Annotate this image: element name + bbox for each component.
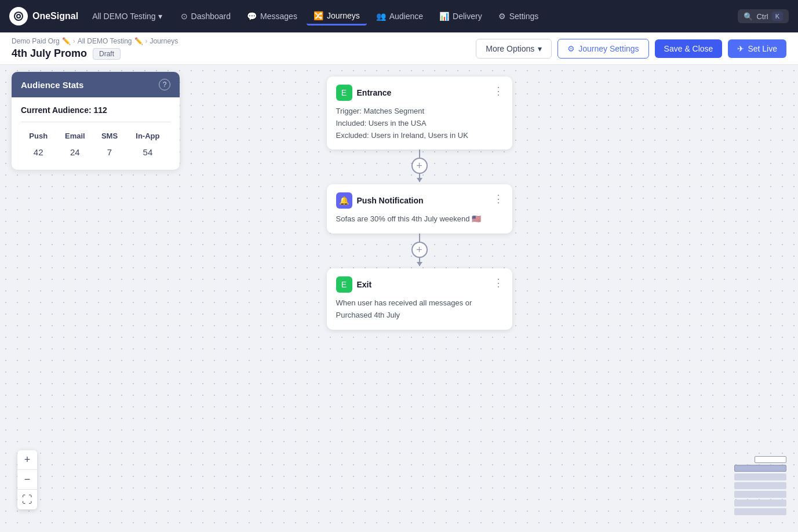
save-close-label: Save & Close bbox=[664, 44, 713, 53]
nav-delivery[interactable]: 📊 Delivery bbox=[432, 8, 489, 24]
subheader: Demo Paid Org ✏️ › All DEMO Testing ✏️ ›… bbox=[0, 32, 798, 65]
stats-title: Audience Stats bbox=[21, 80, 83, 90]
add-step-button-1[interactable]: + bbox=[411, 158, 428, 174]
exit-header: E Exit bbox=[336, 276, 503, 293]
entrance-icon: E bbox=[336, 85, 352, 101]
help-icon: ? bbox=[163, 81, 167, 89]
messages-icon: 💬 bbox=[247, 12, 257, 21]
search-button[interactable]: 🔍 Ctrl K bbox=[738, 9, 789, 23]
page-title: 4th July Promo bbox=[12, 48, 87, 60]
entrance-trigger: Trigger: Matches Segment bbox=[336, 105, 503, 118]
entrance-node[interactable]: E Entrance Trigger: Matches Segment Incl… bbox=[327, 76, 512, 150]
nav-audience-label: Audience bbox=[389, 12, 423, 21]
push-title: Push Notification bbox=[357, 196, 424, 205]
entrance-title: Entrance bbox=[357, 88, 392, 97]
add-step-button-2[interactable]: + bbox=[411, 242, 428, 258]
set-live-label: Set Live bbox=[748, 44, 777, 53]
search-ctrl-label: Ctrl bbox=[756, 12, 768, 21]
push-message: Sofas are 30% off this 4th July weekend … bbox=[336, 213, 503, 225]
save-close-button[interactable]: Save & Close bbox=[655, 39, 723, 58]
push-icon: 🔔 bbox=[336, 192, 352, 209]
journey-flow: E Entrance Trigger: Matches Segment Incl… bbox=[324, 76, 515, 330]
chevron-down-icon: ▾ bbox=[538, 44, 542, 53]
breadcrumb-sep-1: › bbox=[73, 37, 75, 45]
connector-1: + bbox=[411, 150, 428, 184]
current-audience-value: 112 bbox=[94, 105, 107, 115]
nav-messages-label: Messages bbox=[260, 12, 297, 21]
mini-map-item-4 bbox=[734, 482, 786, 489]
exit-menu-button[interactable]: ⋮ bbox=[493, 276, 504, 289]
gear-icon: ⚙ bbox=[567, 44, 575, 53]
nav-audience[interactable]: 👥 Audience bbox=[369, 8, 430, 24]
header-left: Demo Paid Org ✏️ › All DEMO Testing ✏️ ›… bbox=[12, 37, 178, 60]
app-selector[interactable]: All DEMO Testing ▾ bbox=[88, 8, 166, 24]
entrance-header: E Entrance bbox=[336, 85, 503, 101]
connector-line-2 bbox=[419, 234, 420, 242]
breadcrumb: Demo Paid Org ✏️ › All DEMO Testing ✏️ ›… bbox=[12, 37, 178, 45]
val-email: 24 bbox=[56, 143, 94, 162]
col-push: Push bbox=[21, 129, 56, 143]
exit-title: Exit bbox=[357, 280, 372, 289]
send-icon: ✈ bbox=[737, 44, 744, 53]
nav-settings[interactable]: ⚙ Settings bbox=[491, 8, 546, 24]
set-live-button[interactable]: ✈ Set Live bbox=[728, 39, 786, 58]
search-key-badge: K bbox=[772, 12, 783, 21]
nav-messages[interactable]: 💬 Messages bbox=[240, 8, 304, 24]
top-navigation: OneSignal All DEMO Testing ▾ ⊙ Dashboard… bbox=[0, 0, 798, 32]
more-options-button[interactable]: More Options ▾ bbox=[476, 39, 552, 59]
nav-settings-label: Settings bbox=[509, 12, 539, 21]
mini-map-item-3 bbox=[734, 473, 786, 480]
breadcrumb-org[interactable]: Demo Paid Org bbox=[12, 37, 60, 45]
stats-help-button[interactable]: ? bbox=[159, 79, 170, 90]
logo-icon bbox=[9, 7, 28, 25]
zoom-in-button[interactable]: + bbox=[17, 450, 37, 470]
connector-2: + bbox=[411, 234, 428, 268]
zoom-out-button[interactable]: − bbox=[17, 470, 37, 490]
nav-dashboard[interactable]: ⊙ Dashboard bbox=[174, 8, 238, 24]
chevron-down-icon: ▾ bbox=[158, 12, 162, 21]
logo[interactable]: OneSignal bbox=[9, 7, 78, 25]
nav-dashboard-label: Dashboard bbox=[191, 12, 231, 21]
svg-point-2 bbox=[17, 15, 20, 17]
nav-right: 🔍 Ctrl K bbox=[738, 9, 789, 23]
col-sms: SMS bbox=[94, 129, 125, 143]
mini-map bbox=[734, 456, 786, 515]
col-email: Email bbox=[56, 129, 94, 143]
audience-icon: 👥 bbox=[376, 12, 386, 21]
mini-map-item-1 bbox=[755, 456, 786, 463]
nav-delivery-label: Delivery bbox=[453, 12, 482, 21]
draft-badge: Draft bbox=[93, 48, 121, 60]
canvas-area: Audience Stats ? Current Audience: 112 P… bbox=[0, 65, 798, 527]
push-header: 🔔 Push Notification bbox=[336, 192, 503, 209]
zoom-fit-button[interactable]: ⛶ bbox=[17, 490, 37, 509]
app-selector-label: All DEMO Testing bbox=[92, 12, 155, 21]
breadcrumb-edit-icon: ✏️ bbox=[134, 37, 143, 45]
push-menu-button[interactable]: ⋮ bbox=[493, 192, 504, 205]
zoom-controls: + − ⛶ bbox=[17, 450, 37, 509]
mini-map-item-7 bbox=[734, 508, 786, 515]
breadcrumb-section: Journeys bbox=[150, 37, 178, 45]
journeys-icon: 🔀 bbox=[314, 11, 323, 20]
entrance-excluded: Excluded: Users in Ireland, Users in UK bbox=[336, 130, 503, 142]
stats-body: Current Audience: 112 Push Email SMS In-… bbox=[12, 97, 180, 170]
connector-arrow-2 bbox=[419, 258, 420, 266]
stats-header: Audience Stats ? bbox=[12, 72, 180, 97]
push-node[interactable]: 🔔 Push Notification Sofas are 30% off th… bbox=[327, 184, 512, 234]
breadcrumb-icon: ✏️ bbox=[62, 37, 71, 45]
stats-table: Push Email SMS In-App 42 24 7 54 bbox=[21, 129, 170, 162]
current-audience: Current Audience: 112 bbox=[21, 105, 170, 122]
logo-text: OneSignal bbox=[32, 11, 78, 21]
delivery-icon: 📊 bbox=[439, 12, 449, 21]
entrance-menu-button[interactable]: ⋮ bbox=[493, 85, 504, 97]
exit-node[interactable]: E Exit When user has received all messag… bbox=[327, 268, 512, 330]
journey-settings-button[interactable]: ⚙ Journey Settings bbox=[557, 39, 648, 59]
breadcrumb-app[interactable]: All DEMO Testing bbox=[78, 37, 132, 45]
mini-map-item-5 bbox=[734, 491, 786, 498]
nav-journeys[interactable]: 🔀 Journeys bbox=[307, 8, 367, 25]
exit-icon: E bbox=[336, 276, 352, 293]
val-sms: 7 bbox=[94, 143, 125, 162]
val-inapp: 54 bbox=[125, 143, 170, 162]
mini-map-item-6 bbox=[734, 500, 786, 507]
page-title-row: 4th July Promo Draft bbox=[12, 48, 178, 60]
journey-settings-label: Journey Settings bbox=[578, 44, 639, 53]
